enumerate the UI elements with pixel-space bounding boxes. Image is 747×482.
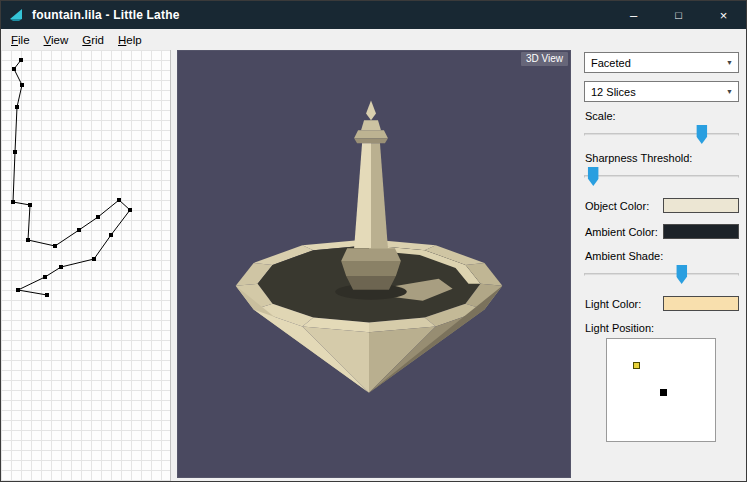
profile-node[interactable] (11, 200, 15, 204)
profile-polyline (13, 60, 130, 295)
slider-thumb[interactable] (696, 125, 707, 144)
profile-polyline-layer (1, 50, 171, 481)
menu-file[interactable]: File (4, 32, 37, 48)
slider-track[interactable] (584, 133, 739, 136)
profile-editor-canvas[interactable] (1, 50, 171, 481)
profile-node[interactable] (109, 233, 113, 237)
profile-node[interactable] (117, 198, 121, 202)
scale-label: Scale: (585, 110, 739, 122)
ambient-shade-label: Ambient Shade: (585, 250, 739, 262)
object-color-swatch[interactable] (663, 198, 739, 213)
viewport-canvas[interactable]: 3D View (177, 50, 571, 478)
sharpness-threshold-slider[interactable] (584, 167, 739, 187)
ambient-color-label: Ambient Color: (585, 226, 658, 238)
shading-mode-value: Faceted (585, 57, 721, 69)
maximize-button[interactable]: □ (656, 1, 701, 29)
fountain-3d-render (178, 51, 570, 477)
main-content: 3D View Faceted ▼ 12 Slices ▼ Scale: Sha… (1, 50, 746, 481)
app-icon (9, 8, 25, 22)
profile-node[interactable] (26, 238, 30, 242)
menu-grid[interactable]: Grid (75, 32, 111, 48)
profile-node[interactable] (77, 228, 81, 232)
profile-node[interactable] (128, 208, 132, 212)
profile-node[interactable] (43, 275, 47, 279)
sharpness-threshold-label: Sharpness Threshold: (585, 152, 739, 164)
light-position-label: Light Position: (585, 322, 739, 334)
profile-node[interactable] (20, 83, 24, 87)
chevron-down-icon: ▼ (721, 59, 738, 66)
profile-node[interactable] (59, 265, 63, 269)
ambient-shade-slider[interactable] (584, 265, 739, 285)
object-position-marker[interactable] (660, 389, 667, 396)
profile-node[interactable] (45, 293, 49, 297)
light-position-marker[interactable] (633, 362, 640, 369)
chevron-down-icon: ▼ (721, 88, 738, 95)
ambient-color-swatch[interactable] (663, 224, 739, 239)
profile-node[interactable] (19, 58, 23, 62)
menu-view[interactable]: View (37, 32, 76, 48)
window-title: fountain.lila - Little Lathe (32, 8, 180, 22)
slider-track[interactable] (584, 175, 739, 178)
profile-node[interactable] (15, 105, 19, 109)
slider-thumb[interactable] (676, 265, 687, 284)
profile-node[interactable] (16, 288, 20, 292)
scale-slider[interactable] (584, 125, 739, 145)
menu-bar: File View Grid Help (1, 29, 746, 50)
controls-panel: Faceted ▼ 12 Slices ▼ Scale: Sharpness T… (577, 50, 746, 481)
light-position-box[interactable] (606, 338, 716, 442)
app-window: fountain.lila - Little Lathe – □ × File … (0, 0, 747, 482)
profile-node[interactable] (96, 215, 100, 219)
slices-dropdown[interactable]: 12 Slices ▼ (584, 81, 739, 102)
profile-node[interactable] (28, 203, 32, 207)
profile-node[interactable] (92, 257, 96, 261)
shading-mode-dropdown[interactable]: Faceted ▼ (584, 52, 739, 73)
slider-track[interactable] (584, 273, 739, 276)
slider-thumb[interactable] (588, 167, 599, 186)
close-button[interactable]: × (701, 1, 746, 29)
minimize-button[interactable]: – (611, 1, 656, 29)
title-bar: fountain.lila - Little Lathe – □ × (1, 1, 746, 29)
object-color-label: Object Color: (585, 200, 649, 212)
window-controls: – □ × (611, 1, 746, 29)
menu-help[interactable]: Help (111, 32, 149, 48)
view-mode-badge: 3D View (521, 52, 568, 66)
profile-node[interactable] (53, 244, 57, 248)
light-color-label: Light Color: (585, 298, 641, 310)
slices-value: 12 Slices (585, 86, 721, 98)
profile-node[interactable] (13, 150, 17, 154)
light-color-swatch[interactable] (663, 296, 739, 311)
profile-node[interactable] (12, 67, 16, 71)
